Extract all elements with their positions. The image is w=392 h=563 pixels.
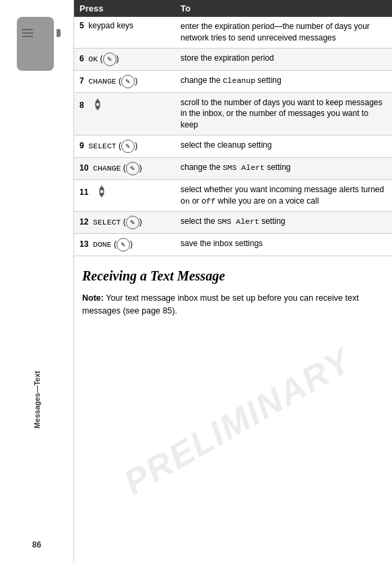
done-button-icon: ✎ [117,238,130,251]
cleanup-label: Cleanup [223,76,255,85]
table-row: 7 CHANGE (✎) change the Cleanup setting [74,70,392,92]
press-value: CHANGE [93,164,121,173]
svg-point-5 [100,189,104,194]
to-cell: change the Cleanup setting [175,70,392,92]
table-row: 11 select whether you want incoming mess… [74,179,392,211]
row-number: 9 [79,141,84,150]
press-value: keypad keys [88,21,133,30]
scroll-icon-svg [91,97,104,112]
press-value: SELECT [88,142,116,150]
watermark: PRELIMINARY [117,340,358,503]
to-cell: save the inbox settings [175,233,392,256]
change-button-icon: ✎ [121,75,135,88]
section-heading: Receiving a Text Message [74,256,392,289]
press-cell: 11 [74,179,175,211]
press-cell: 10 CHANGE (✎) [74,157,175,179]
press-value: DONE [93,240,112,249]
on-label: On [181,197,190,206]
svg-marker-3 [99,185,104,189]
page-number: 86 [32,540,41,550]
press-cell: 8 [74,92,175,135]
press-cell: 12 SELECT (✎) [74,211,175,233]
sidebar-label: Messages—Text [33,371,41,428]
table-row: 8 scroll to the number of days you want … [74,92,392,135]
to-cell: change the SMS Alert setting [175,157,392,179]
table-row: 5 keypad keys enter the expiration perio… [74,17,392,48]
to-cell: store the expiration period [175,48,392,70]
sidebar: Messages—Text 86 [0,0,74,563]
change2-button-icon: ✎ [126,162,139,175]
table-row: 6 OK (✎) store the expiration period [74,48,392,70]
svg-marker-0 [95,98,100,102]
ok-button-icon: ✎ [103,53,117,66]
instructions-table: Press To 5 keypad keys enter the expirat… [74,0,392,256]
scroll-nav-icon [91,97,104,114]
header-press: Press [74,0,175,17]
row-number: 10 [79,163,88,173]
press-cell: 9 SELECT (✎) [74,135,175,157]
to-cell: enter the expiration period—the number o… [175,17,392,48]
to-cell: select the cleanup setting [175,135,392,157]
press-cell: 6 OK (✎) [74,48,175,70]
select-button-icon: ✎ [121,140,135,153]
note-content: Your text message inbox must be set up b… [82,293,359,316]
to-cell: scroll to the number of days you want to… [175,92,392,135]
row-number: 12 [79,217,88,227]
table-header-row: Press To [74,0,392,17]
table-row: 10 CHANGE (✎) change the SMS Alert setti… [74,157,392,179]
to-cell: select whether you want incoming message… [175,179,392,211]
row-number: 7 [79,76,84,86]
phone-illustration [17,17,57,78]
svg-marker-4 [99,194,104,198]
table-row: 12 SELECT (✎) select the SMS Alert setti… [74,211,392,233]
row-number: 11 [79,187,88,197]
press-cell: 13 DONE (✎) [74,233,175,256]
svg-point-2 [96,102,100,107]
table-row: 13 DONE (✎) save the inbox settings [74,233,392,256]
row-number: 6 [79,54,84,63]
off-label: Off [201,197,216,206]
table-row: 9 SELECT (✎) select the cleanup setting [74,135,392,157]
press-cell: 5 keypad keys [74,17,175,48]
select2-button-icon: ✎ [126,216,139,229]
header-to: To [175,0,392,17]
svg-marker-1 [95,107,100,111]
main-content: Press To 5 keypad keys enter the expirat… [74,0,392,563]
press-cell: 7 CHANGE (✎) [74,70,175,92]
sms-alert2-label: SMS Alert [218,217,259,226]
press-value: SELECT [93,218,121,227]
row-number: 5 [79,21,84,30]
press-value: CHANGE [88,77,116,86]
to-cell: select the SMS Alert setting [175,211,392,233]
row-number: 13 [79,239,88,249]
scroll2-icon-svg [95,184,108,199]
scroll2-nav-icon [95,184,108,201]
note-paragraph: Note: Your text message inbox must be se… [74,289,392,326]
sms-alert-label: SMS Alert [223,163,265,172]
press-value: OK [88,55,98,63]
sidebar-label-container: Messages—Text [0,371,74,428]
row-number: 8 [79,100,84,109]
note-label: Note: [82,293,104,303]
